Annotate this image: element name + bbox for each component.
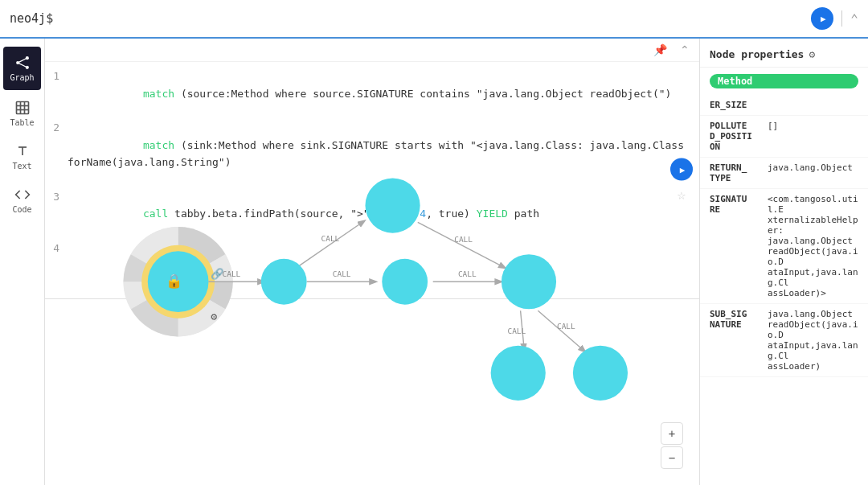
svg-point-1 [25, 56, 28, 60]
graph-node-3[interactable] [365, 179, 420, 233]
prop-key-returntype: RETURN_TYPE [700, 158, 764, 189]
content-area: 📌 ⌃ ▶ ☆ 1 match (source:Method where sou… [45, 39, 868, 485]
graph-node-5[interactable] [382, 259, 428, 305]
svg-line-4 [18, 64, 25, 67]
prop-val-subsignature: java.lang.ObjectreadObject(java.io.DataI… [764, 304, 868, 377]
properties-title: Node properties [710, 48, 804, 60]
graph-icon [14, 55, 31, 71]
prop-val-polluted: [] [764, 116, 868, 158]
prop-row-ersize: ER_SIZE [700, 95, 868, 116]
svg-point-2 [25, 66, 28, 69]
sidebar-label-text: Text [12, 162, 31, 171]
zoom-controls: + − [661, 422, 683, 469]
svg-rect-5 [16, 102, 28, 114]
code-icon [14, 187, 31, 203]
graph-node-8[interactable] [502, 254, 556, 309]
zoom-in-button[interactable]: + [661, 422, 683, 445]
prop-row-polluted: POLLUTED_POSITION [] [700, 116, 868, 158]
prop-row-signature: SIGNATURE <com.tangosol.util.Externaliza… [700, 189, 868, 304]
edge-3-8 [418, 222, 506, 268]
method-badge[interactable]: Method [710, 74, 858, 88]
edge-label-5-8: CALL [458, 269, 477, 278]
graph-node-6[interactable] [491, 346, 546, 401]
properties-table: ER_SIZE POLLUTED_POSITION [] RETURN_TYPE… [700, 95, 868, 377]
prop-key-ersize: ER_SIZE [700, 95, 764, 116]
pin-icon[interactable]: 📌 [650, 42, 670, 58]
top-bar-actions: ⌃ [811, 7, 858, 30]
graph-node-2[interactable] [261, 259, 307, 305]
expand-icon[interactable]: ⌃ [850, 11, 858, 27]
lock-icon: 🔒 [166, 273, 183, 290]
prop-row-subsignature: SUB_SIGNATURE java.lang.ObjectreadObject… [700, 304, 868, 377]
edge-label-3-8: CALL [454, 235, 473, 244]
prop-val-ersize [764, 95, 868, 116]
prop-row-returntype: RETURN_TYPE java.lang.Object [700, 158, 868, 189]
sidebar-item-table[interactable]: Table [0, 92, 44, 135]
sidebar-label-table: Table [10, 118, 34, 127]
edge-8-7 [538, 310, 585, 351]
node-properties-header: Node properties ⚙ [700, 39, 868, 68]
graph-visualization[interactable]: 🔒 🔗 ⚙ CALL CALL CALL [45, 71, 699, 485]
sidebar-item-graph[interactable]: Graph [3, 47, 41, 90]
svg-point-0 [16, 61, 19, 64]
main-layout: Graph Table Text Code [0, 39, 868, 485]
edge-label-2-5: CALL [333, 269, 351, 278]
sidebar-item-text[interactable]: Text [0, 135, 44, 179]
sidebar-label-code: Code [12, 205, 31, 214]
edge-label-1-2: CALL [223, 269, 241, 278]
run-button[interactable] [811, 7, 833, 30]
code-toolbar: 📌 ⌃ [45, 39, 699, 62]
edge-label-8-7: CALL [557, 322, 575, 331]
top-bar: ⌃ [0, 0, 868, 39]
left-sidebar: Graph Table Text Code [0, 39, 45, 485]
sidebar-label-graph: Graph [10, 73, 34, 82]
prop-key-signature: SIGNATURE [700, 189, 764, 304]
collapse-icon[interactable]: ⌃ [677, 42, 693, 58]
svg-line-3 [18, 59, 25, 62]
right-panel: Node properties ⚙ Method ER_SIZE POLLUTE… [699, 39, 868, 485]
edge-2-3 [296, 221, 364, 269]
center-area: 📌 ⌃ ▶ ☆ 1 match (source:Method where sou… [45, 39, 699, 485]
text-icon [14, 143, 31, 159]
prop-val-returntype: java.lang.Object [764, 158, 868, 189]
sidebar-item-code[interactable]: Code [0, 179, 44, 222]
search-input[interactable] [10, 11, 811, 26]
edge-label-2-3: CALL [321, 234, 340, 243]
prop-key-subsignature: SUB_SIGNATURE [700, 304, 764, 377]
graph-mini-icon: ⚙ [211, 310, 217, 323]
prop-key-polluted: POLLUTED_POSITION [700, 116, 764, 158]
zoom-out-button[interactable]: − [661, 446, 683, 469]
prop-val-signature: <com.tangosol.util.ExternalizableHelper:… [764, 189, 868, 304]
edge-label-8-6: CALL [507, 327, 526, 335]
graph-svg: 🔒 🔗 ⚙ CALL CALL CALL [45, 71, 699, 485]
table-icon [14, 100, 31, 116]
divider [841, 10, 842, 27]
graph-node-7[interactable] [573, 346, 628, 401]
settings-icon[interactable]: ⚙ [809, 48, 815, 60]
